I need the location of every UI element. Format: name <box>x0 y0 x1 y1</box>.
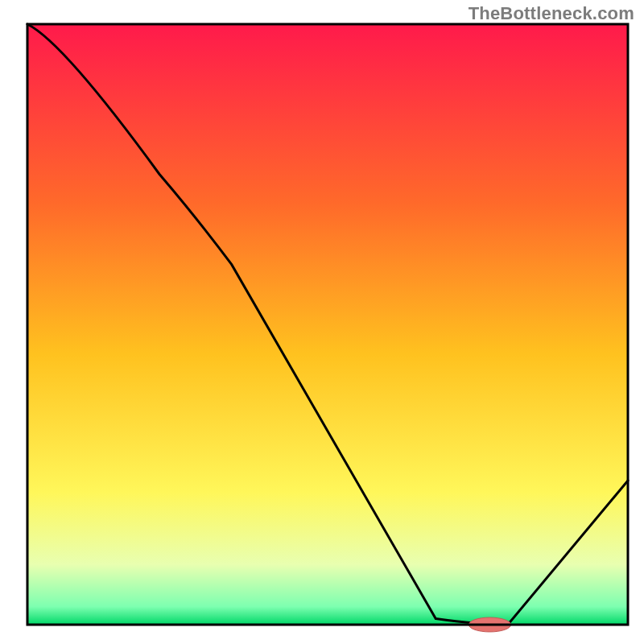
plot-gradient-fill <box>27 24 628 625</box>
chart-stage: TheBottleneck.com <box>0 0 644 644</box>
bottleneck-chart <box>0 0 644 644</box>
